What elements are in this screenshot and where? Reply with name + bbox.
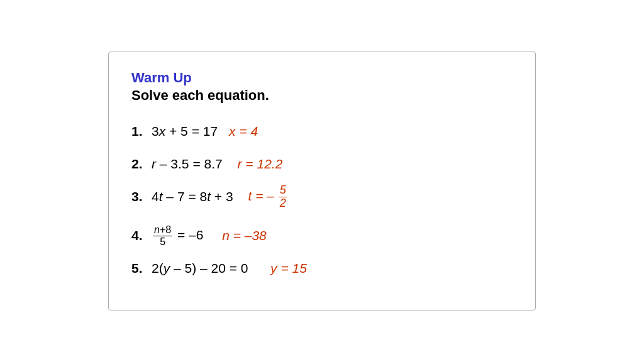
problem-2-number: 2. xyxy=(131,156,149,172)
warm-up-card: Warm Up Solve each equation. 1. 3x + 5 =… xyxy=(108,52,536,310)
problem-4-number: 4. xyxy=(131,228,149,243)
problem-list: 1. 3x + 5 = 17 x = 4 2. r – 3.5 = 8.7 r … xyxy=(131,118,513,287)
problem-1-answer: x = 4 xyxy=(229,124,258,139)
problem-5-answer: y = 15 xyxy=(260,261,307,276)
problem-2-equation: r – 3.5 = 8.7 xyxy=(152,156,223,172)
problem-5: 5. 2(y – 5) – 20 = 0 y = 15 xyxy=(131,255,513,282)
problem-3-answer: t = – 5 2 xyxy=(245,184,288,210)
problem-5-equation: 2(y – 5) – 20 = 0 xyxy=(152,261,248,276)
problem-3-number: 3. xyxy=(131,189,149,204)
problem-1-number: 1. xyxy=(131,124,149,139)
problem-5-number: 5. xyxy=(131,261,149,276)
problem-4-answer: n = –38 xyxy=(214,228,266,243)
problem-4-equation: n+8 5 = –6 xyxy=(152,224,203,247)
problem-3: 3. 4t – 7 = 8t + 3 t = – 5 2 xyxy=(131,183,513,211)
problem-1-equation: 3x + 5 = 17 xyxy=(152,124,218,139)
subtitle: Solve each equation. xyxy=(131,87,513,104)
problem-3-equation: 4t – 7 = 8t + 3 xyxy=(152,189,233,204)
problem-2: 2. r – 3.5 = 8.7 r = 12.2 xyxy=(131,150,513,178)
problem-1: 1. 3x + 5 = 17 x = 4 xyxy=(131,118,513,145)
problem-2-answer: r = 12.2 xyxy=(234,156,283,172)
problem-4: 4. n+8 5 = –6 n = –38 xyxy=(131,222,513,250)
warm-up-title: Warm Up xyxy=(131,70,513,86)
